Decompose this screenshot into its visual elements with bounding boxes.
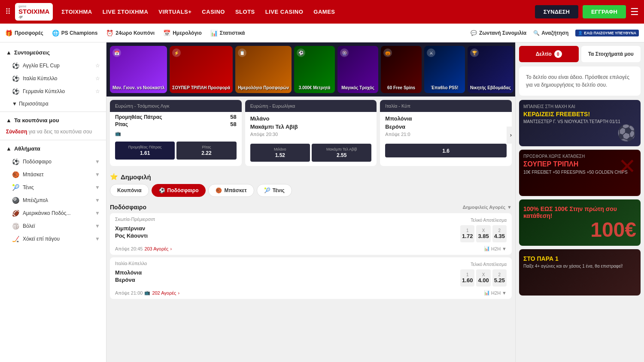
nav-games[interactable]: GAMES (313, 9, 335, 15)
promo-card-6[interactable]: ⚔ Έπαθλο PS5! (424, 46, 465, 93)
bet-odd-0-2[interactable]: Ρίτας 2.22 (176, 142, 236, 160)
italy-cup-label: Ιταλία Κύπελλο (23, 75, 57, 81)
nav-stoixima[interactable]: ΣΤΟΙΧΗΜΑ (61, 9, 92, 15)
gift-icon: 🎁 (5, 30, 12, 36)
sidebar-item-basketball[interactable]: 🏀 Μπάσκετ ▼ (0, 168, 106, 181)
match-0-odd-1-val: 1.72 (462, 233, 473, 239)
more-shortcuts[interactable]: ▼ Περισσότερα (0, 98, 106, 110)
match-0-odd-1[interactable]: 1 1.72 (460, 225, 474, 242)
promo-banner-0[interactable]: ΜΠΑΙΝΕΙΣ ΣΤΗ ΜΑΧΗ ΚΑΙ ΚΕΡΔΙΖΕΙΣ FREEBETS… (519, 100, 641, 146)
promo-card-7[interactable]: 🏆 Νικητής Εβδομάδας (468, 46, 513, 93)
nav-casino[interactable]: CASINO (202, 9, 225, 15)
promo-banner-2-decoration: 100€ (590, 218, 636, 241)
betslip-tab-mybets[interactable]: Τα Στοιχήματά μου (581, 46, 641, 62)
login-button[interactable]: ΣΥΝΔΕΣΗ (535, 5, 578, 18)
match-0-markets[interactable]: 203 Αγορές (144, 246, 168, 251)
promo-card-4[interactable]: 🎡 Μαγικός Τροχός (337, 46, 378, 93)
sidebar-item-football[interactable]: ⚽ Ποδόσφαιρο ▼ (0, 155, 106, 168)
betslip-tab-deltio[interactable]: Δελτίο 0 (519, 46, 579, 62)
promo-card-2[interactable]: 📋 Ημερολόγιο Προσφορών (235, 46, 292, 93)
bet-odd-2-1[interactable]: 1.6 (385, 144, 507, 157)
match-1-odd-x[interactable]: Χ 4.00 (476, 269, 490, 287)
sidebar-item-germany-cup[interactable]: ⚽ Γερμανία Κύπελλο ☆ (0, 85, 106, 98)
promo-card-3[interactable]: ⚽ 3.000€ Μετρητά (294, 46, 335, 93)
shortcuts-header[interactable]: ▲ Συντομεύσεις (0, 46, 106, 59)
sidebar-item-american-football[interactable]: 🏈 Αμερικάνικο Ποδός... ▼ (0, 207, 106, 220)
match-1-odd-1[interactable]: 1 1.60 (460, 269, 474, 287)
match-1-meta: Απόψε 21:00 📺 202 Αγορές › (115, 290, 179, 296)
chart-icon-1: 📊 (484, 290, 490, 296)
bet-card-2-nav[interactable]: › (507, 127, 512, 144)
hamburger-icon[interactable]: ☰ (630, 6, 639, 18)
coupon-24h-item[interactable]: ⏰ 24ωρο Κουπόνι (106, 30, 155, 36)
football-star: ▼ (95, 159, 100, 165)
sidebar-item-italy-cup[interactable]: ⚽ Ιταλία Κύπελλο ☆ (0, 72, 106, 85)
nav-live-casino[interactable]: LIVE CASINO (265, 9, 304, 15)
nav-slots[interactable]: SLOTS (235, 9, 255, 15)
live-chat-item[interactable]: 💬 Ζωντανή Συνομιλία (471, 30, 526, 36)
promo-banner-3[interactable]: ΣΤΟ ΠΑΡΑ 1 Παίξε 4+ αγώνες και αν χάσεις… (519, 249, 641, 296)
sidebar-item-efl[interactable]: ⚽ Αγγλία EFL Cup ☆ (0, 59, 106, 72)
promo-banner-1[interactable]: ΠΡΟΣΦΟΡΑ ΧΩΡΙΣ ΚΑΤΑΘΕΣΗ ΣΟΥΠΕΡ ΤΡΙΠΛΗ 10… (519, 150, 641, 196)
popular-star-icon: ⭐ (110, 173, 118, 181)
match-0-odd-x-val: 3.85 (478, 233, 489, 239)
responsible-label: ΕΑΩ ΠΑΙΖΟΥΜΕ ΥΠΕΥΘΥΝΑ (584, 31, 636, 35)
match-0-odd-x[interactable]: Χ 3.85 (476, 225, 490, 242)
search-item[interactable]: 🔍 Αναζήτηση (533, 30, 568, 36)
coupons-header[interactable]: ▲ Τα κουπόνια μου (0, 114, 106, 127)
h2h-btn-1[interactable]: 📊 H2H ▼ (484, 290, 507, 296)
match-0-league: Σκωτία-Πρέμιερσιπ (115, 217, 155, 222)
match-1-markets-arrow[interactable]: › (178, 290, 179, 296)
popular-section: ⭐ Δημοφιλή Κουπόνια ⚽ Ποδόσφαιρο 🏀 Μπάσκ… (106, 169, 515, 305)
coupons-arrow: ▲ (6, 117, 12, 124)
match-row-1: Ιταλία-Κύπελλο Τελικό Αποτέλεσμα Μπολόνι… (110, 257, 512, 299)
promo-card-1[interactable]: ⚡ ΣΟΥΠΕΡ ΤΡΙΠΛΗ Προσφορά (170, 46, 233, 93)
match-0-markets-arrow[interactable]: › (170, 246, 172, 251)
search-label: Αναζήτηση (541, 30, 568, 36)
promo-banner-3-main: ΣΤΟ ΠΑΡΑ 1 (523, 255, 636, 262)
betslip-label: Δελτίο (536, 51, 552, 57)
logo[interactable]: game STOIXIMA .gr (15, 3, 53, 21)
baseball-label: Μπέιζμπολ (23, 197, 48, 203)
tab-tennis[interactable]: 🎾 Τένις (257, 184, 292, 197)
stats-item[interactable]: 📊 Στατιστικά (210, 30, 245, 36)
popular-markets-btn[interactable]: Δημοφιλείς Αγορές ▼ (462, 205, 512, 210)
tab-football[interactable]: ⚽ Ποδόσφαιρο (152, 184, 206, 197)
search-icon: 🔍 (533, 30, 540, 36)
register-button[interactable]: ΕΓΓΡΑΦΗ (583, 5, 626, 18)
tab-coupons[interactable]: Κουπόνια (110, 184, 149, 197)
tab-basketball-icon: 🏀 (216, 187, 222, 193)
match-1-odds: 1 1.60 Χ 4.00 2 5.25 (460, 269, 507, 287)
nav-virtuals[interactable]: VIRTUALS+ (158, 9, 191, 15)
sidebar-item-volleyball[interactable]: 🏐 Βόλεϊ ▼ (0, 220, 106, 232)
promo-card-5[interactable]: 🎃 60 Free Spins (381, 46, 422, 93)
sidebar-item-hockey[interactable]: 🏒 Χόκεϊ επί πάγου ▼ (0, 232, 106, 245)
main-content: 📅 Μαν. Γιουν. vs Νιούκαστλ ⚡ ΣΟΥΠΕΡ ΤΡΙΠ… (106, 42, 515, 362)
bet-card-1-time: Απόψε 20:30 (245, 130, 377, 140)
popular-tabs: Κουπόνια ⚽ Ποδόσφαιρο 🏀 Μπάσκετ 🎾 Τένις (110, 184, 512, 197)
promo-banner-2[interactable]: 100% ΕΩΣ 100€ Στην πρώτη σου κατάθεση! 1… (519, 199, 641, 246)
offers-item[interactable]: 🎁 Προσφορές (5, 30, 43, 36)
popular-title: Δημοφιλή (121, 173, 151, 181)
h2h-btn-0[interactable]: 📊 H2H ▼ (484, 246, 507, 251)
sidebar-item-baseball[interactable]: 🎱 Μπέιζμπολ ▼ (0, 194, 106, 207)
login-link[interactable]: Σύνδεση (6, 129, 27, 135)
ps-champions-item[interactable]: 🌐 PS Champions (52, 30, 98, 36)
match-1-odd-2[interactable]: 2 5.25 (492, 269, 507, 287)
tab-basketball[interactable]: 🏀 Μπάσκετ (208, 184, 254, 197)
sidebar-item-tennis[interactable]: 🎾 Τένις ▼ (0, 181, 106, 194)
promo-banner-3-sub: Παίξε 4+ αγώνες και αν χάσεις 1 ένα, θα … (523, 264, 636, 268)
match-0-odd-2[interactable]: 2 4.35 (492, 225, 507, 242)
promo-card-label-7: Νικητής Εβδομάδας (470, 85, 511, 90)
sports-header[interactable]: ▲ Αθλήματα (0, 142, 106, 155)
bet-odd-1-1[interactable]: Μιλάνο 1.52 (250, 144, 310, 162)
match-1-team2: Βερόνα (115, 277, 142, 283)
bet-odd-1-2[interactable]: Μακάμπι Τελ Αβίβ 2.55 (312, 144, 371, 162)
match-1-markets[interactable]: 202 Αγορές (152, 290, 176, 296)
nav-live-stoixima[interactable]: LIVE ΣΤΟΙΧΗΜΑ (103, 9, 149, 15)
bet-odd-0-1[interactable]: Προμηθέας Πάτρας 1.61 (115, 142, 175, 160)
match-0-team2: Ρος Κάουντι (115, 232, 148, 239)
calendar-item[interactable]: 📅 Ημερολόγιο (163, 30, 202, 36)
promo-card-0[interactable]: 📅 Μαν. Γιουν. vs Νιούκαστλ (110, 46, 167, 93)
grid-icon[interactable]: ⠿ (5, 7, 11, 16)
